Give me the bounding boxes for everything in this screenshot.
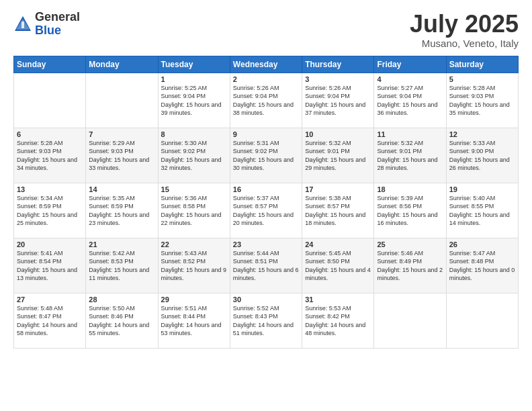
calendar-cell: 17Sunrise: 5:38 AMSunset: 8:57 PMDayligh… [302,183,374,238]
day-number: 20 [17,240,83,248]
calendar-cell: 21Sunrise: 5:42 AMSunset: 8:53 PMDayligh… [86,238,158,293]
calendar-week-3: 13Sunrise: 5:34 AMSunset: 8:59 PMDayligh… [14,183,519,238]
day-number: 25 [377,240,443,248]
day-number: 18 [377,185,443,193]
day-number: 29 [161,295,227,304]
title-block: July 2025 Musano, Veneto, Italy [410,11,519,49]
day-detail: Sunrise: 5:51 AMSunset: 8:44 PMDaylight:… [161,304,227,338]
day-number: 13 [17,185,83,193]
day-detail: Sunrise: 5:50 AMSunset: 8:46 PMDaylight:… [89,304,154,338]
day-detail: Sunrise: 5:25 AMSunset: 9:04 PMDaylight:… [161,84,227,118]
calendar-week-1: 1Sunrise: 5:25 AMSunset: 9:04 PMDaylight… [14,73,519,128]
main-title: July 2025 [410,11,519,38]
day-number: 11 [377,130,443,138]
logo-blue: Blue [35,24,61,37]
calendar-cell: 11Sunrise: 5:32 AMSunset: 9:01 PMDayligh… [374,128,446,183]
svg-rect-2 [21,21,24,28]
calendar-week-2: 6Sunrise: 5:28 AMSunset: 9:03 PMDaylight… [14,128,519,183]
day-number: 19 [449,185,515,193]
day-detail: Sunrise: 5:32 AMSunset: 9:01 PMDaylight:… [305,139,371,173]
day-detail: Sunrise: 5:52 AMSunset: 8:43 PMDaylight:… [233,304,299,338]
day-detail: Sunrise: 5:27 AMSunset: 9:04 PMDaylight:… [377,84,443,118]
calendar-cell: 10Sunrise: 5:32 AMSunset: 9:01 PMDayligh… [302,128,374,183]
calendar-cell: 7Sunrise: 5:29 AMSunset: 9:03 PMDaylight… [86,128,158,183]
day-detail: Sunrise: 5:28 AMSunset: 9:03 PMDaylight:… [17,139,83,173]
day-number: 6 [17,130,83,138]
day-detail: Sunrise: 5:46 AMSunset: 8:49 PMDaylight:… [377,249,443,283]
calendar-cell: 5Sunrise: 5:28 AMSunset: 9:03 PMDaylight… [446,73,518,128]
day-detail: Sunrise: 5:32 AMSunset: 9:01 PMDaylight:… [377,139,443,173]
day-detail: Sunrise: 5:39 AMSunset: 8:56 PMDaylight:… [377,194,443,228]
day-number: 31 [305,295,371,304]
day-number: 9 [233,130,299,138]
day-detail: Sunrise: 5:36 AMSunset: 8:58 PMDaylight:… [161,194,227,228]
calendar-cell: 27Sunrise: 5:48 AMSunset: 8:47 PMDayligh… [14,293,86,348]
day-detail: Sunrise: 5:47 AMSunset: 8:48 PMDaylight:… [449,249,515,283]
logo-text: General Blue [35,11,80,38]
day-detail: Sunrise: 5:53 AMSunset: 8:42 PMDaylight:… [305,304,371,338]
calendar-cell: 23Sunrise: 5:44 AMSunset: 8:51 PMDayligh… [230,238,302,293]
calendar-week-4: 20Sunrise: 5:41 AMSunset: 8:54 PMDayligh… [14,238,519,293]
calendar-cell [14,73,86,128]
day-detail: Sunrise: 5:34 AMSunset: 8:59 PMDaylight:… [17,194,83,228]
day-detail: Sunrise: 5:45 AMSunset: 8:50 PMDaylight:… [305,249,371,283]
day-number: 30 [233,295,299,304]
day-detail: Sunrise: 5:26 AMSunset: 9:04 PMDaylight:… [305,84,371,118]
day-detail: Sunrise: 5:41 AMSunset: 8:54 PMDaylight:… [17,249,83,283]
day-detail: Sunrise: 5:37 AMSunset: 8:57 PMDaylight:… [233,194,299,228]
day-number: 5 [449,75,515,83]
col-tuesday: Tuesday [158,56,230,73]
day-number: 26 [449,240,515,248]
subtitle: Musano, Veneto, Italy [410,38,519,49]
calendar-cell [446,293,518,348]
calendar-cell: 4Sunrise: 5:27 AMSunset: 9:04 PMDaylight… [374,73,446,128]
day-number: 8 [161,130,227,138]
day-number: 23 [233,240,299,248]
calendar-week-5: 27Sunrise: 5:48 AMSunset: 8:47 PMDayligh… [14,293,519,348]
day-detail: Sunrise: 5:28 AMSunset: 9:03 PMDaylight:… [449,84,515,118]
calendar-cell: 13Sunrise: 5:34 AMSunset: 8:59 PMDayligh… [14,183,86,238]
day-number: 14 [89,185,154,193]
calendar-cell: 2Sunrise: 5:26 AMSunset: 9:04 PMDaylight… [230,73,302,128]
logo-icon [13,15,32,34]
day-number: 10 [305,130,371,138]
day-number: 12 [449,130,515,138]
day-number: 27 [17,295,83,304]
day-detail: Sunrise: 5:42 AMSunset: 8:53 PMDaylight:… [89,249,154,283]
day-number: 15 [161,185,227,193]
day-number: 7 [89,130,154,138]
calendar-cell: 25Sunrise: 5:46 AMSunset: 8:49 PMDayligh… [374,238,446,293]
day-number: 24 [305,240,371,248]
calendar-cell [86,73,158,128]
col-wednesday: Wednesday [230,56,302,73]
calendar-header-row: Sunday Monday Tuesday Wednesday Thursday… [14,56,519,73]
day-detail: Sunrise: 5:35 AMSunset: 8:59 PMDaylight:… [89,194,154,228]
day-number: 21 [89,240,154,248]
calendar-cell: 20Sunrise: 5:41 AMSunset: 8:54 PMDayligh… [14,238,86,293]
calendar-cell: 19Sunrise: 5:40 AMSunset: 8:55 PMDayligh… [446,183,518,238]
day-detail: Sunrise: 5:44 AMSunset: 8:51 PMDaylight:… [233,249,299,283]
day-detail: Sunrise: 5:43 AMSunset: 8:52 PMDaylight:… [161,249,227,283]
calendar-cell: 24Sunrise: 5:45 AMSunset: 8:50 PMDayligh… [302,238,374,293]
day-number: 16 [233,185,299,193]
col-sunday: Sunday [14,56,86,73]
day-number: 28 [89,295,154,304]
day-detail: Sunrise: 5:31 AMSunset: 9:02 PMDaylight:… [233,139,299,173]
day-number: 2 [233,75,299,83]
calendar-cell: 14Sunrise: 5:35 AMSunset: 8:59 PMDayligh… [86,183,158,238]
col-thursday: Thursday [302,56,374,73]
calendar-cell: 18Sunrise: 5:39 AMSunset: 8:56 PMDayligh… [374,183,446,238]
col-saturday: Saturday [446,56,518,73]
day-detail: Sunrise: 5:26 AMSunset: 9:04 PMDaylight:… [233,84,299,118]
calendar-cell: 3Sunrise: 5:26 AMSunset: 9:04 PMDaylight… [302,73,374,128]
calendar-cell: 6Sunrise: 5:28 AMSunset: 9:03 PMDaylight… [14,128,86,183]
calendar-cell: 1Sunrise: 5:25 AMSunset: 9:04 PMDaylight… [158,73,230,128]
logo-general: General [35,10,80,24]
col-friday: Friday [374,56,446,73]
calendar-cell [374,293,446,348]
calendar-cell: 8Sunrise: 5:30 AMSunset: 9:02 PMDaylight… [158,128,230,183]
calendar-cell: 16Sunrise: 5:37 AMSunset: 8:57 PMDayligh… [230,183,302,238]
calendar-cell: 29Sunrise: 5:51 AMSunset: 8:44 PMDayligh… [158,293,230,348]
day-detail: Sunrise: 5:48 AMSunset: 8:47 PMDaylight:… [17,304,83,338]
day-detail: Sunrise: 5:30 AMSunset: 9:02 PMDaylight:… [161,139,227,173]
